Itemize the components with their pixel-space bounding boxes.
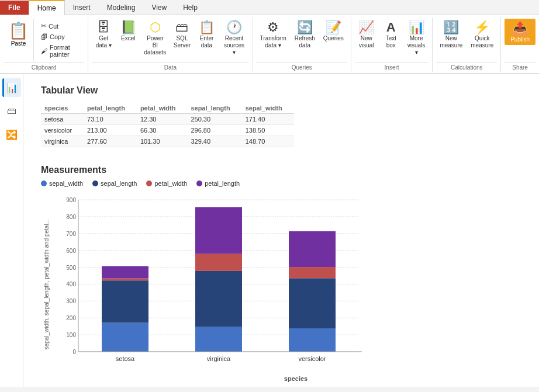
copy-button[interactable]: 🗐 Copy <box>39 32 82 41</box>
bar-virginica-petal_length <box>195 207 242 254</box>
bar-setosa-petal_width <box>102 279 148 281</box>
legend-dot-sepal_length <box>92 181 98 186</box>
chart-with-labels: sepal_width, sepal_length, petal_width a… <box>41 194 521 375</box>
legend-dot-petal_width <box>146 181 152 186</box>
sql-label: SQLServer <box>174 35 191 49</box>
paste-button[interactable]: 📋 Paste <box>4 19 34 61</box>
sidebar-item-report[interactable]: 📊 <box>2 78 21 97</box>
tab-home[interactable]: Home <box>29 0 65 15</box>
calculations-group: 🔢 Newmeasure ⚡ Quickmeasure Calculations <box>433 18 501 72</box>
clipboard-group: 📋 Paste ✂ Cut 🗐 Copy 🖌 <box>0 18 88 72</box>
legend-item-sepal_length: sepal_length <box>92 180 137 187</box>
clipboard-buttons: 📋 Paste ✂ Cut 🗐 Copy 🖌 <box>4 19 84 61</box>
chart-svg: 0100200300400500600700800900 setosavirgi… <box>52 194 379 375</box>
sidebar-item-model[interactable]: 🔀 <box>2 125 21 144</box>
bar-versicolor-petal_width <box>289 267 336 278</box>
excel-icon: 📗 <box>120 21 136 34</box>
more-visuals-label: Morevisuals ▾ <box>407 35 426 56</box>
cut-icon: ✂ <box>41 22 46 30</box>
refresh-button[interactable]: 🔄 Refreshdata <box>291 19 319 51</box>
table-header-row: species petal_length petal_width sepal_l… <box>41 103 294 114</box>
tab-modeling[interactable]: Modeling <box>99 1 144 15</box>
insert-group-label: Insert <box>355 63 429 71</box>
cell-sepal_width: 171.40 <box>242 114 294 125</box>
tab-insert[interactable]: Insert <box>65 1 99 15</box>
cell-sepal_length: 250.30 <box>187 114 241 125</box>
quick-measure-button[interactable]: ⚡ Quickmeasure <box>467 19 497 51</box>
calculations-group-items: 🔢 Newmeasure ⚡ Quickmeasure <box>436 19 497 61</box>
text-box-button[interactable]: A Textbox <box>379 19 403 51</box>
cell-petal_length: 213.00 <box>84 125 137 136</box>
refresh-label: Refreshdata <box>295 35 315 49</box>
power-bi-icon: ⬡ <box>150 21 161 34</box>
sql-icon: 🗃 <box>175 21 188 34</box>
publish-button[interactable]: 📤 Publish <box>505 19 535 45</box>
queries-label: Queries <box>323 35 344 42</box>
chart-section: Measurements sepal_widthsepal_lengthpeta… <box>41 165 521 382</box>
transform-icon: ⚙ <box>267 21 279 34</box>
small-clipboard-buttons: ✂ Cut 🗐 Copy 🖌 Format painter <box>36 19 84 61</box>
bar-virginica-sepal_width <box>195 327 242 352</box>
model-icon: 🔀 <box>6 129 18 140</box>
svg-text:0: 0 <box>72 349 76 355</box>
format-painter-button[interactable]: 🖌 Format painter <box>39 43 82 59</box>
excel-label: Excel <box>121 35 135 42</box>
legend-item-petal_length: petal_length <box>196 180 240 187</box>
cell-sepal_width: 138.50 <box>242 125 294 136</box>
enter-data-button[interactable]: 📋 Enterdata <box>195 19 218 51</box>
chart-x-label: species <box>70 375 521 382</box>
x-label-virginica: virginica <box>207 355 231 362</box>
main-content: Tabular View species petal_length petal_… <box>23 74 539 387</box>
cut-button[interactable]: ✂ Cut <box>39 21 82 31</box>
share-group-label: Share <box>505 63 535 71</box>
sidebar-item-data[interactable]: 🗃 <box>2 102 21 120</box>
new-measure-button[interactable]: 🔢 Newmeasure <box>436 19 466 51</box>
recent-sources-label: Recentsources ▾ <box>223 35 245 56</box>
copy-icon: 🗐 <box>41 33 47 40</box>
bar-setosa-sepal_width <box>102 322 148 352</box>
cell-petal_length: 277.60 <box>84 136 137 147</box>
copy-label: Copy <box>50 33 65 40</box>
cell-petal_width: 101.30 <box>137 136 188 147</box>
share-group-items: 📤 Publish <box>505 19 535 61</box>
sql-server-button[interactable]: 🗃 SQLServer <box>170 19 194 51</box>
transform-button[interactable]: ⚙ Transformdata ▾ <box>257 19 290 51</box>
recent-sources-button[interactable]: 🕐 Recentsources ▾ <box>219 19 248 58</box>
data-group-items: 🗄 Getdata ▾ 📗 Excel ⬡ Power BIdatasets 🗃… <box>92 19 248 61</box>
more-visuals-button[interactable]: 📊 Morevisuals ▾ <box>404 19 429 58</box>
tab-file[interactable]: File <box>0 1 29 15</box>
chart-y-label: sepal_width, sepal_length, petal_width a… <box>41 219 50 350</box>
svg-text:800: 800 <box>66 214 76 220</box>
excel-button[interactable]: 📗 Excel <box>116 19 140 44</box>
power-bi-datasets-button[interactable]: ⬡ Power BIdatasets <box>141 19 169 58</box>
cell-petal_length: 73.10 <box>84 114 137 125</box>
legend-label-sepal_length: sepal_length <box>101 180 137 187</box>
format-painter-icon: 🖌 <box>41 47 47 54</box>
get-data-label: Getdata ▾ <box>96 35 112 49</box>
legend-dot-petal_length <box>196 181 202 186</box>
clipboard-group-label: Clipboard <box>4 63 84 71</box>
text-box-label: Textbox <box>386 35 396 49</box>
text-box-icon: A <box>386 21 396 34</box>
col-petal-length: petal_length <box>84 103 137 114</box>
legend-item-petal_width: petal_width <box>146 180 187 187</box>
data-group: 🗄 Getdata ▾ 📗 Excel ⬡ Power BIdatasets 🗃… <box>88 18 253 72</box>
queries-button[interactable]: 📝 Queries <box>320 19 347 44</box>
new-visual-button[interactable]: 📈 Newvisual <box>355 19 378 51</box>
new-visual-label: Newvisual <box>359 35 374 49</box>
new-measure-label: Newmeasure <box>440 35 462 49</box>
get-data-button[interactable]: 🗄 Getdata ▾ <box>92 19 115 51</box>
power-bi-label: Power BIdatasets <box>144 35 166 56</box>
legend-label-sepal_width: sepal_width <box>49 180 83 187</box>
legend-dot-sepal_width <box>41 181 47 186</box>
new-measure-icon: 🔢 <box>443 21 459 34</box>
chart-legend: sepal_widthsepal_lengthpetal_widthpetal_… <box>41 180 521 187</box>
tab-help[interactable]: Help <box>175 1 206 15</box>
tab-view[interactable]: View <box>143 1 175 15</box>
queries-group: ⚙ Transformdata ▾ 🔄 Refreshdata 📝 Querie… <box>253 18 351 72</box>
cell-species: versicolor <box>41 125 84 136</box>
enter-data-icon: 📋 <box>199 21 215 34</box>
queries-group-label: Queries <box>257 63 347 71</box>
chart-title: Measurements <box>41 165 521 175</box>
insert-group-items: 📈 Newvisual A Textbox 📊 Morevisuals ▾ <box>355 19 429 61</box>
